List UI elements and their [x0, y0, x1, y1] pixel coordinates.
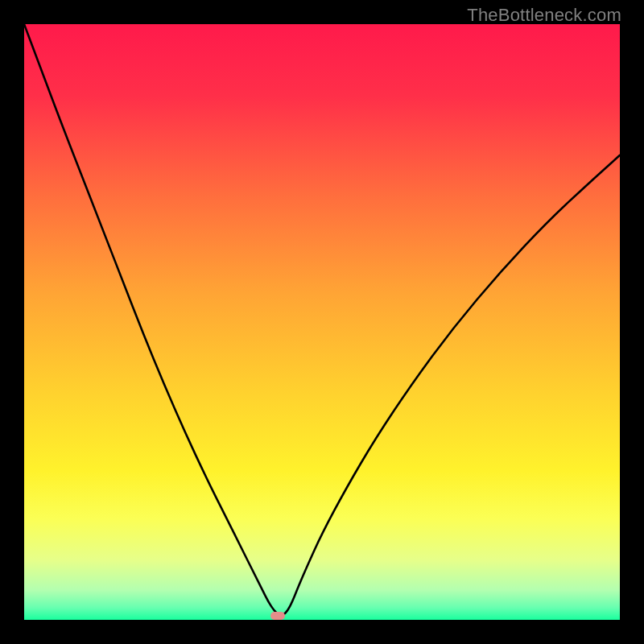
- bottleneck-curve: [24, 24, 620, 620]
- chart-frame: TheBottleneck.com: [0, 0, 644, 644]
- optimal-point-marker: [270, 612, 285, 620]
- plot-area: [24, 24, 620, 620]
- watermark-text: TheBottleneck.com: [467, 5, 621, 26]
